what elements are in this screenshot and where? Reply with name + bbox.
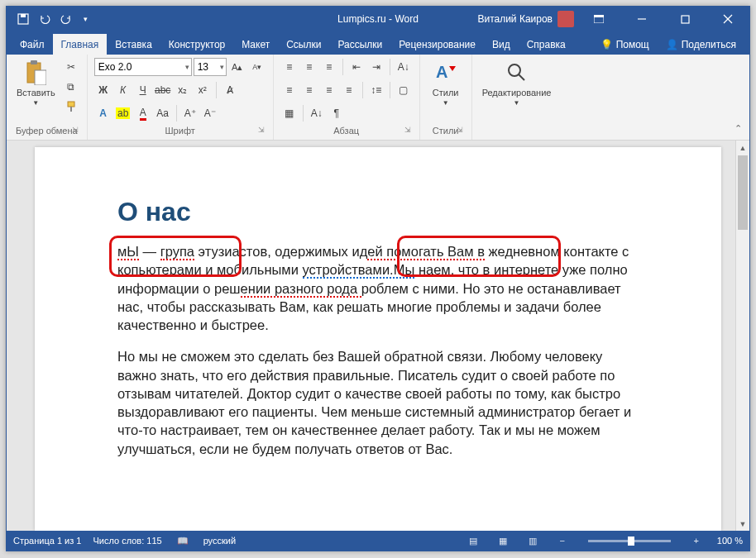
tab-file[interactable]: Файл (12, 34, 53, 55)
chevron-down-icon: ▼ (514, 99, 520, 107)
svg-point-14 (509, 64, 520, 76)
collapse-ribbon-button[interactable]: ⌃ (730, 120, 746, 136)
dialog-launcher-icon[interactable]: ⇲ (70, 126, 80, 136)
proofing-icon[interactable]: 📖 (174, 532, 192, 550)
web-layout-icon[interactable]: ▥ (524, 532, 542, 550)
tab-design[interactable]: Конструктор (160, 34, 233, 55)
close-button[interactable] (710, 7, 746, 31)
share-icon: 👤 (666, 39, 678, 50)
underline-button[interactable]: Ч (134, 81, 152, 99)
grow-font-button[interactable]: A▴ (228, 58, 246, 76)
document-area: О нас мЫ — група этузиастов, одержимых и… (7, 141, 749, 531)
share-button[interactable]: 👤Поделиться (658, 39, 744, 55)
print-layout-icon[interactable]: ▦ (494, 532, 512, 550)
scroll-thumb[interactable] (738, 155, 748, 230)
zoom-level[interactable]: 100 % (717, 536, 743, 546)
ribbon-tabs: Файл Главная Вставка Конструктор Макет С… (7, 31, 749, 55)
shrink-font-button[interactable]: A▾ (248, 58, 266, 76)
cut-button[interactable]: ✂ (62, 58, 80, 76)
heading[interactable]: О нас (117, 197, 639, 227)
dialog-launcher-icon[interactable]: ⇲ (455, 126, 465, 136)
slider-thumb[interactable] (628, 537, 634, 546)
group-label: Буфер обмена (16, 126, 78, 136)
multilevel-list-button[interactable]: ≡ (320, 58, 338, 76)
tab-mailings[interactable]: Рассылки (329, 34, 390, 55)
dialog-launcher-icon[interactable]: ⇲ (403, 126, 413, 136)
shading-button[interactable]: ▢ (395, 81, 413, 99)
align-right-button[interactable]: ≡ (320, 81, 338, 99)
ribbon-display-button[interactable] (581, 7, 617, 31)
bold-button[interactable]: Ж (94, 81, 112, 99)
maximize-button[interactable] (667, 7, 703, 31)
svg-rect-11 (68, 102, 74, 107)
copy-button[interactable]: ⧉ (62, 78, 80, 96)
paste-button[interactable]: Вставить ▼ (13, 58, 59, 108)
save-icon[interactable] (17, 12, 30, 26)
zoom-slider[interactable] (588, 540, 671, 542)
dialog-launcher-icon[interactable]: ⇲ (256, 126, 266, 136)
italic-button[interactable]: К (114, 81, 132, 99)
numbering-button[interactable]: ≡ (300, 58, 318, 76)
highlight-button[interactable]: ab (114, 104, 132, 122)
strikethrough-button[interactable]: abc (154, 81, 172, 99)
text-effects-button[interactable]: A (94, 104, 112, 122)
format-painter-button[interactable] (62, 98, 80, 116)
editing-button[interactable]: Редактирование ▼ (479, 58, 555, 108)
decrease-indent-button[interactable]: ⇤ (347, 58, 366, 76)
font-name-combo[interactable]: Exo 2.0 (94, 58, 192, 76)
group-paragraph: ≡ ≡ ≡ ⇤ ⇥ A↓ ≡ ≡ ≡ ≡ ↕≡ ▢ (274, 55, 420, 140)
font-color-button[interactable]: A (134, 104, 152, 122)
tab-help[interactable]: Справка (519, 34, 574, 55)
tab-view[interactable]: Вид (484, 34, 519, 55)
search-icon (504, 60, 530, 86)
font-size-combo[interactable]: 13 (194, 58, 227, 76)
paragraph-1[interactable]: мЫ — група этузиастов, одержимых идей по… (117, 242, 639, 334)
tab-insert[interactable]: Вставка (107, 34, 160, 55)
align-left-button[interactable]: ≡ (280, 81, 299, 99)
qat-customize-icon[interactable]: ▾ (81, 12, 89, 26)
read-mode-icon[interactable]: ▤ (464, 532, 482, 550)
line-spacing-button[interactable]: ↕≡ (367, 81, 385, 99)
group-label: Шрифт (165, 126, 195, 136)
word-count[interactable]: Число слов: 115 (93, 536, 161, 546)
page[interactable]: О нас мЫ — група этузиастов, одержимых и… (35, 147, 721, 531)
tab-home[interactable]: Главная (53, 34, 108, 55)
clear-formatting-button[interactable]: A̷ (221, 81, 239, 99)
group-styles: A Стили ▼ Стили⇲ (420, 55, 472, 140)
sort-button[interactable]: A↓ (395, 58, 413, 76)
scroll-up-icon[interactable]: ▲ (736, 141, 749, 155)
superscript-button[interactable]: x² (194, 81, 212, 99)
zoom-in-button[interactable]: + (687, 532, 706, 550)
minimize-button[interactable] (624, 7, 660, 31)
undo-icon[interactable] (38, 12, 51, 26)
page-indicator[interactable]: Страница 1 из 1 (13, 536, 81, 546)
scroll-down-icon[interactable]: ▼ (736, 517, 749, 531)
svg-rect-12 (70, 107, 72, 112)
subscript-button[interactable]: x₂ (174, 81, 192, 99)
user-account[interactable]: Виталий Каиров (477, 11, 574, 27)
language-indicator[interactable]: русский (203, 536, 236, 546)
grow-font-2-button[interactable]: A⁺ (181, 104, 199, 122)
redo-icon[interactable] (60, 12, 73, 26)
paragraph-2[interactable]: Но мы не сможем это сделать без Вашей об… (117, 347, 639, 458)
align-center-button[interactable]: ≡ (300, 81, 318, 99)
borders-button[interactable]: ▦ (280, 104, 299, 122)
tell-me[interactable]: 💡Помощ (592, 39, 658, 55)
svg-rect-10 (35, 70, 46, 85)
tab-references[interactable]: Ссылки (278, 34, 329, 55)
bullets-button[interactable]: ≡ (280, 58, 299, 76)
justify-button[interactable]: ≡ (340, 81, 358, 99)
shrink-font-2-button[interactable]: A⁻ (201, 104, 219, 122)
sort-az-button[interactable]: A↓ (308, 104, 326, 122)
styles-button[interactable]: A Стили ▼ (427, 58, 465, 108)
change-case-button[interactable]: Aa (154, 104, 172, 122)
zoom-out-button[interactable]: − (553, 532, 572, 550)
tab-layout[interactable]: Макет (233, 34, 278, 55)
increase-indent-button[interactable]: ⇥ (367, 58, 385, 76)
tab-review[interactable]: Рецензирование (390, 34, 484, 55)
show-marks-button[interactable]: ¶ (328, 104, 346, 122)
group-clipboard: Вставить ▼ ✂ ⧉ Буфер обмена⇲ (7, 55, 88, 140)
group-label: Абзац (333, 126, 359, 136)
vertical-scrollbar[interactable]: ▲ ▼ (735, 141, 749, 531)
status-bar: Страница 1 из 1 Число слов: 115 📖 русски… (7, 531, 749, 551)
